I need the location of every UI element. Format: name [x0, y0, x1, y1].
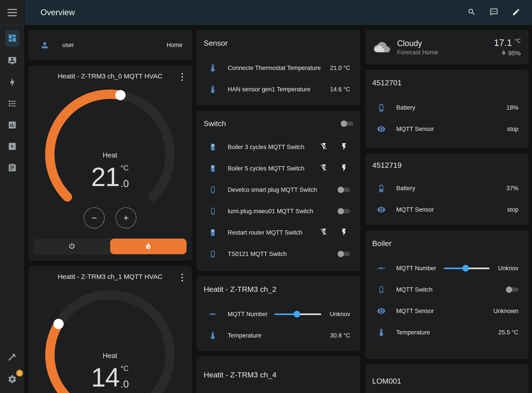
toggle-switch-icon: [208, 228, 217, 237]
entity-value: Unknown: [493, 308, 518, 314]
flash-icon[interactable]: [340, 228, 348, 237]
temp-integer: 14: [91, 364, 119, 391]
home-assistant-app: 1 Overview user Home: [0, 0, 532, 393]
sidebar-item-energy[interactable]: [5, 75, 19, 90]
entity-row-mqtt-number[interactable]: MQTT Number Unknov: [365, 258, 529, 279]
decrease-temp-button[interactable]: −: [84, 207, 105, 228]
user-location: Home: [166, 42, 183, 49]
toggle-switch-off-icon: [208, 250, 217, 258]
entity-row-boiler-5-cycles[interactable]: Boiler 5 cycles MQTT Switch: [197, 158, 360, 179]
sidebar-item-developer-tools[interactable]: [5, 350, 19, 364]
hvac-mode-selector: [34, 239, 187, 254]
search-icon[interactable]: [467, 8, 476, 17]
entity-value: stop: [507, 206, 518, 213]
entity-value: 25.5 °C: [498, 329, 518, 336]
number-slider[interactable]: [444, 265, 489, 271]
entity-row-mqtt-sensor[interactable]: MQTT Sensor stop: [365, 199, 529, 220]
flame-icon: [144, 242, 152, 251]
entity-row-mqtt-sensor[interactable]: MQTT Sensor stop: [365, 118, 529, 140]
entity-row-restart-router[interactable]: Restart router MQTT Switch: [197, 222, 360, 243]
switch-group-toggle[interactable]: [341, 121, 353, 127]
mode-heat-button[interactable]: [110, 239, 187, 254]
sidebar-item-map[interactable]: [5, 54, 19, 69]
sidebar-item-history[interactable]: [5, 118, 19, 133]
menu-bar: [8, 15, 17, 16]
thermometer-icon: [208, 331, 217, 340]
hammer-icon: [8, 352, 17, 363]
account-icon: [40, 40, 49, 50]
battery-medium-icon: [377, 184, 386, 193]
mode-off-button[interactable]: [34, 239, 110, 254]
sidebar-item-todo[interactable]: [5, 161, 19, 175]
thermometer-icon: [377, 328, 386, 337]
topbar-actions: [467, 8, 520, 17]
thermometer-icon: [208, 85, 217, 94]
entity-row-connecte-thermostat-temperature[interactable]: Connecte Thermostat Temperature 21.0 °C: [197, 57, 360, 79]
entity-row-develco-smart-plug[interactable]: Develco smart plug MQTT Switch: [197, 179, 360, 201]
entity-value: 21.0 °C: [330, 65, 350, 72]
device-4512719-card: 4512719 Battery 37% MQTT Sensor stop: [365, 153, 529, 225]
menu-bar: [8, 9, 17, 10]
assist-chat-icon[interactable]: [490, 8, 498, 17]
switch-card: Switch Boiler 3 cycles MQTT Switch: [197, 110, 360, 271]
target-temperature: 14 °C .0: [41, 364, 179, 391]
entity-row-battery[interactable]: Battery 18%: [365, 97, 529, 118]
entity-row-han-sensor-temperature[interactable]: HAN sensor gen1 Temperature 14.6 °C: [197, 79, 360, 100]
entity-label: lumi.plug.maeu01 MQTT Switch: [228, 208, 338, 215]
eye-icon: [377, 307, 386, 315]
entity-label: MQTT Sensor: [396, 206, 503, 213]
entity-row-mqtt-sensor[interactable]: MQTT Sensor Unknown: [365, 300, 529, 322]
entity-toggle[interactable]: [506, 286, 518, 293]
entity-row-temperature[interactable]: Temperature 25.5 °C: [365, 322, 529, 343]
entity-toggle[interactable]: [338, 251, 350, 257]
thermostat-card-ch0: Heatit - Z-TRM3 ch_0 MQTT HVAC Heat 21 °…: [28, 65, 192, 261]
entity-row-mqtt-switch[interactable]: MQTT Switch: [365, 279, 529, 300]
more-options-icon[interactable]: [178, 72, 187, 82]
flash-icon[interactable]: [340, 142, 348, 152]
temp-decimal: .0: [120, 378, 129, 390]
entity-toggle[interactable]: [338, 208, 350, 214]
flash-off-icon[interactable]: [320, 164, 328, 173]
clipboard-list-icon: [8, 163, 17, 173]
increase-temp-button[interactable]: +: [116, 207, 136, 228]
user-card[interactable]: user Home: [28, 30, 192, 60]
sidebar-item-dashboard[interactable]: [5, 30, 19, 47]
entity-value: 37%: [506, 185, 518, 192]
weather-card[interactable]: Cloudy Forecast Home 17.1 °C 95%: [365, 30, 529, 65]
flash-off-icon[interactable]: [320, 228, 328, 237]
sidebar-item-settings[interactable]: 1: [5, 373, 19, 387]
entity-row-boiler-3-cycles[interactable]: Boiler 3 cycles MQTT Switch: [197, 136, 360, 158]
device-4512701-card: 4512701 Battery 18% MQTT Sensor stop: [365, 69, 529, 148]
entity-label: Temperature: [396, 329, 494, 336]
sidebar-item-logbook[interactable]: [5, 97, 19, 111]
flash-icon[interactable]: [340, 164, 348, 173]
entity-row-lumi-plug[interactable]: lumi.plug.maeu01 MQTT Switch: [197, 201, 360, 222]
tooltip-account-icon: [8, 56, 17, 66]
card-title: Sensor: [197, 30, 360, 49]
entity-toggle[interactable]: [338, 187, 350, 193]
target-temperature: 21 °C .0: [41, 164, 179, 190]
number-slider[interactable]: [275, 311, 321, 317]
entity-row-battery[interactable]: Battery 37%: [365, 177, 529, 199]
sidebar-items: [0, 25, 24, 175]
weather-metrics: 17.1 °C 95%: [494, 37, 521, 57]
entity-row-temperature[interactable]: Temperature 30.8 °C: [197, 325, 360, 346]
temp-decimal: .0: [120, 177, 129, 190]
entity-row-mqtt-number[interactable]: MQTT Number Unknov: [197, 304, 360, 325]
entity-label: Boiler 5 cycles MQTT Switch: [228, 165, 320, 172]
entity-label: TS0121 MQTT Switch: [228, 251, 338, 258]
flash-off-icon[interactable]: [320, 142, 328, 152]
more-options-icon[interactable]: [178, 272, 187, 282]
temp-unit: °C: [120, 164, 129, 172]
toggle-switch-icon: [208, 164, 217, 173]
entity-label: MQTT Number: [228, 311, 270, 318]
thermostat-card-ch1: Heatit - Z-TRM3 ch_1 MQTT HVAC Heat 14 °…: [28, 266, 192, 393]
sidebar-item-media[interactable]: [5, 140, 19, 154]
menu-icon[interactable]: [0, 0, 24, 25]
entity-row-ts0121[interactable]: TS0121 MQTT Switch: [197, 243, 360, 265]
edit-dashboard-icon[interactable]: [512, 8, 520, 17]
temp-integer: 21: [91, 164, 119, 190]
hvac-action-label: Heat: [41, 352, 179, 360]
entity-label: HAN sensor gen1 Temperature: [228, 86, 326, 93]
card-title: 4512701: [365, 69, 529, 89]
